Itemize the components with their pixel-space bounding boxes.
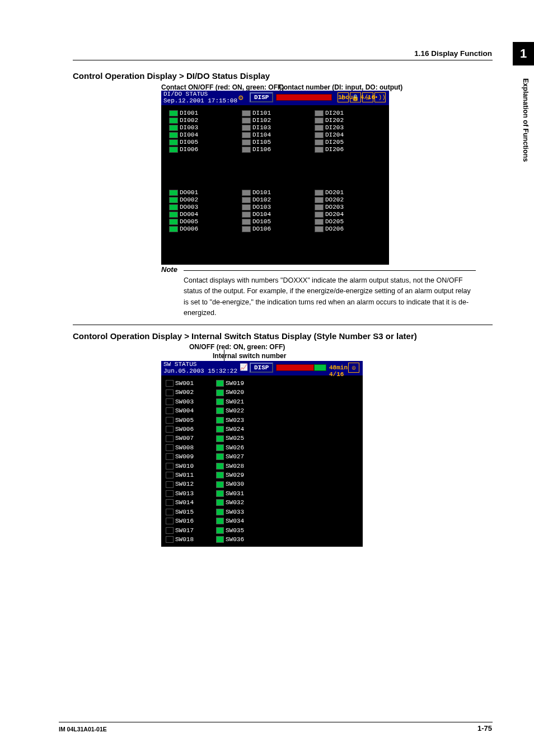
status-chip [216,407,224,414]
status-chip [216,499,224,506]
status-chip [216,536,224,543]
sw-body: SW001SW002SW003SW004SW005SW006SW007SW008… [161,375,363,547]
sw-label: SW005 [175,417,194,424]
status-chip [216,453,224,460]
status-chip [169,118,178,124]
rate-bar-used [276,364,314,371]
sw-item: SW013 [166,489,194,498]
status-chip [315,132,324,138]
do-label: DO004 [180,211,198,218]
do-label: DO106 [252,226,271,232]
status-chip [166,499,174,506]
status-chip [315,190,324,196]
running-header: 1.16 Display Function [414,49,492,58]
sw-item: SW030 [216,480,244,489]
do-label: DO104 [252,211,271,218]
di-column: DI001DI002DI003DI004DI005DI006 [169,110,198,153]
do-label: DO201 [325,189,344,196]
sw-item: SW007 [166,434,194,443]
do-item: DO003 [169,204,198,211]
do-label: DO005 [180,218,198,225]
do-item: DO006 [169,226,198,233]
do-item: DO202 [315,196,344,204]
sw-label: SW004 [175,407,194,414]
di-label: DI104 [252,132,271,138]
annotation-sw-number: Internal switch number [213,352,286,360]
side-section-label: Explanation of Functions [522,78,530,162]
header-rule [73,60,493,60]
status-chip [166,463,174,469]
rate-bar-free [314,364,326,371]
sw-label: SW008 [175,444,194,451]
do-item: DO205 [315,218,344,226]
note-label: Note [161,265,177,274]
sw-label: SW035 [226,527,244,534]
status-chip [242,125,251,131]
status-chip [315,118,324,124]
status-chip [242,118,251,124]
di-item: DI004 [169,132,198,139]
do-label: DO105 [252,218,271,225]
di-column: DI101DI102DI103DI104DI105DI106 [242,110,271,153]
sw-item: SW024 [216,425,244,434]
di-label: DI201 [325,110,344,116]
titlebar-text: SW STATUS Jun.05.2003 15:32:22 [161,361,237,374]
sw-label: SW025 [226,435,244,442]
sw-item: SW005 [166,416,194,425]
di-label: DI003 [180,124,198,131]
status-chip [242,139,251,145]
sw-label: SW028 [226,463,244,469]
disp-button[interactable]: DISP [250,363,273,373]
status-chip [166,490,174,497]
disp-button[interactable]: DISP [250,92,273,102]
sw-label: SW022 [226,407,244,414]
status-chip [242,197,251,203]
di-item: DI002 [169,117,198,124]
sw-label: SW020 [226,389,244,396]
mail-icon[interactable]: ✉ [362,92,373,102]
di-item: DI204 [315,132,344,139]
status-chip [216,527,224,534]
status-chip [315,212,324,218]
do-item: DO105 [242,218,271,226]
do-column: DO101DO102DO103DO104DO105DO106 [242,189,271,233]
status-chip [242,226,251,232]
di-item: DI106 [242,146,271,153]
sw-label: SW001 [175,380,194,387]
do-label: DO101 [252,189,271,196]
sw-item: SW027 [216,452,244,461]
do-item: DO106 [242,226,271,233]
di-label: DI002 [180,117,198,124]
di-label: DI202 [325,117,344,124]
do-item: DO201 [315,189,344,196]
sw-label: SW017 [175,527,194,534]
sw-item: SW002 [166,388,194,397]
do-label: DO202 [325,196,344,203]
status-chip [216,518,224,524]
record-icon[interactable]: ◎ [348,363,359,373]
do-item: DO103 [242,204,271,211]
sw-label: SW011 [175,472,194,478]
sw-label: SW018 [175,536,194,543]
sw-label: SW034 [226,518,244,524]
do-item: DO102 [242,196,271,204]
status-chip [242,204,251,210]
sw-label: SW014 [175,499,194,506]
status-chip [216,426,224,433]
sw-item: SW004 [166,406,194,415]
sw-item: SW032 [216,498,244,507]
di-item: DI102 [242,117,271,124]
status-chip [315,204,324,210]
status-chip [216,389,224,396]
wave-icon[interactable]: •)) [374,92,386,102]
do-item: DO204 [315,211,344,218]
record-icon[interactable]: ◎ [338,92,349,102]
do-label: DO001 [180,189,198,196]
status-chip [315,125,324,131]
di-label: DI101 [252,110,271,116]
keylock-icon[interactable]: 🔒 [350,92,361,102]
do-item: DO104 [242,211,271,218]
sw-item: SW015 [166,508,194,516]
annotation-sw-onoff: ON/OFF (red: ON, green: OFF) [189,343,285,351]
do-item: DO005 [169,218,198,226]
